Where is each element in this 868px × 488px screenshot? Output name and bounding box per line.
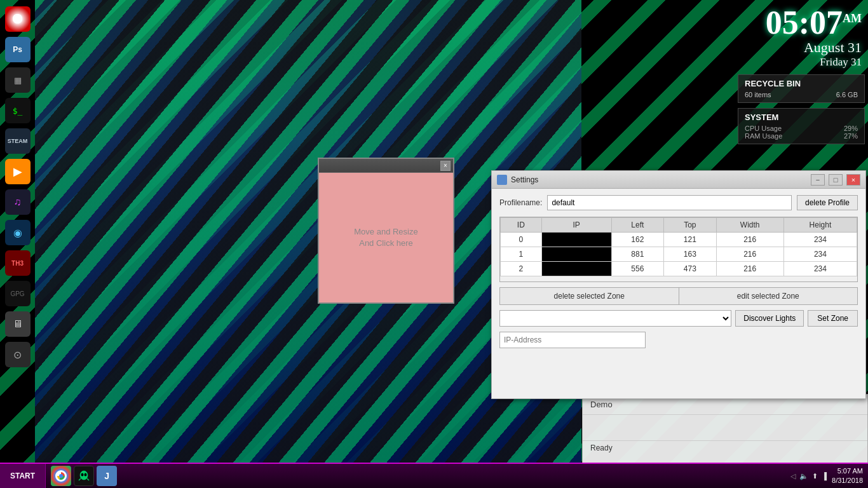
- cpu-label: CPU Usage: [745, 125, 782, 132]
- tray-separator: ◁: [790, 472, 796, 480]
- volume-icon[interactable]: 🔈: [799, 472, 808, 480]
- col-height: Height: [783, 218, 857, 233]
- row-0-top: 121: [664, 233, 717, 247]
- steam-icon[interactable]: STEAM: [5, 128, 31, 154]
- clock-display: 05:07AM August 31 Friday 31: [735, 0, 868, 69]
- status-text: Ready: [583, 440, 867, 455]
- chrome-taskbar-icon[interactable]: [51, 466, 71, 486]
- lights-dropdown[interactable]: [499, 310, 731, 327]
- ram-label: RAM Usage: [745, 132, 782, 140]
- j-taskbar-icon[interactable]: J: [97, 466, 117, 486]
- svg-point-4: [85, 473, 87, 477]
- row-0-height: 234: [783, 233, 857, 247]
- row-2-width: 216: [716, 262, 783, 276]
- delete-profile-button[interactable]: delete Profile: [797, 195, 858, 210]
- taskbar-time: 5:07 AM: [832, 466, 863, 476]
- svg-line-6: [87, 478, 89, 480]
- move-window-titlebar[interactable]: ×: [319, 159, 453, 173]
- row-0-left: 162: [611, 233, 664, 247]
- recycle-bin-items: 60 items: [745, 91, 771, 98]
- zone-table: ID IP Left Top Width Height 0 162 121 2: [500, 217, 857, 276]
- settings-titlebar[interactable]: Settings − □ ×: [492, 171, 865, 189]
- taskbar-clock: 5:07 AM 8/31/2018: [832, 466, 863, 486]
- move-window-text: Move and ResizeAnd Click here: [354, 226, 417, 249]
- system-widget: SYSTEM CPU Usage 29% RAM Usage 27%: [738, 108, 865, 144]
- opera-icon[interactable]: O: [5, 6, 31, 32]
- move-window-close-button[interactable]: ×: [440, 161, 451, 171]
- bottom-panel: Demo Ready: [582, 394, 868, 464]
- settings-close-button[interactable]: ×: [846, 174, 860, 186]
- col-top: Top: [664, 218, 717, 233]
- recycle-bin-widget: RECYCLE BIN 60 items 6.6 GB: [738, 74, 865, 103]
- svg-line-5: [79, 478, 81, 480]
- table-row[interactable]: 0 162 121 216 234: [501, 233, 857, 247]
- th3-icon[interactable]: TH3: [5, 250, 31, 276]
- ram-value: 27%: [844, 132, 858, 140]
- row-0-width: 216: [716, 233, 783, 247]
- ip-row: [499, 332, 858, 348]
- discover-row: Discover Lights Set Zone: [499, 310, 858, 327]
- delete-zone-button[interactable]: delete selected Zone: [499, 287, 679, 305]
- svg-point-3: [81, 473, 84, 477]
- terminal-icon[interactable]: $_: [5, 98, 31, 123]
- table-row[interactable]: 2 556 473 216 234: [501, 262, 857, 276]
- cpu-value: 29%: [844, 125, 858, 132]
- ram-row: RAM Usage 27%: [745, 132, 858, 140]
- zone-table-container: ID IP Left Top Width Height 0 162 121 2: [499, 217, 858, 282]
- settings-restore-button[interactable]: □: [829, 174, 843, 186]
- svg-point-1: [59, 474, 63, 478]
- row-0-ip: [541, 233, 611, 247]
- move-resize-window[interactable]: × Move and ResizeAnd Click here: [318, 158, 454, 304]
- profile-label: Profilename:: [499, 198, 542, 207]
- clock-time-value: 05:07: [766, 4, 843, 41]
- row-2-height: 234: [783, 262, 857, 276]
- row-0-id: 0: [501, 233, 542, 247]
- audio-icon[interactable]: ♫: [5, 189, 31, 215]
- discover-lights-button[interactable]: Discover Lights: [735, 310, 804, 327]
- row-2-top: 473: [664, 262, 717, 276]
- right-panel: 05:07AM August 31 Friday 31 RECYCLE BIN …: [735, 0, 868, 178]
- row-1-id: 1: [501, 247, 542, 262]
- start-button[interactable]: START: [0, 464, 46, 488]
- table-row[interactable]: 1 881 163 216 234: [501, 247, 857, 262]
- globe-icon[interactable]: ◉: [5, 220, 31, 245]
- clock-date-line2: Friday 31: [741, 56, 862, 69]
- photoshop-icon[interactable]: Ps: [5, 37, 31, 62]
- zone-table-body: 0 162 121 216 234 1 881 163 216 234: [501, 233, 857, 276]
- system-title: SYSTEM: [745, 112, 858, 122]
- gpg-icon[interactable]: GPG: [5, 281, 31, 306]
- clock-time: 05:07AM: [741, 6, 862, 39]
- table-header-row: ID IP Left Top Width Height: [501, 218, 857, 233]
- alien-taskbar-icon[interactable]: [74, 466, 94, 486]
- ip-address-input[interactable]: [499, 332, 646, 348]
- sidebar: O Ps ▦ $_ STEAM ▶ ♫ ◉ TH3 GPG 🖥 ⊙: [0, 0, 35, 463]
- zone-actions: delete selected Zone edit selected Zone: [499, 287, 858, 305]
- settings-dialog-icon: [497, 175, 507, 185]
- row-1-width: 216: [716, 247, 783, 262]
- disc-icon[interactable]: ⊙: [5, 342, 31, 367]
- col-left: Left: [611, 218, 664, 233]
- battery-icon[interactable]: ▐: [822, 472, 827, 480]
- row-1-height: 234: [783, 247, 857, 262]
- row-1-top: 163: [664, 247, 717, 262]
- network-icon[interactable]: ⬆: [812, 472, 818, 480]
- recycle-bin-size: 6.6 GB: [836, 91, 858, 98]
- bottom-content-area: [583, 415, 867, 440]
- settings-minimize-button[interactable]: −: [811, 174, 825, 186]
- settings-body: Profilename: delete Profile ID IP Left T…: [492, 189, 865, 358]
- move-window-content[interactable]: Move and ResizeAnd Click here: [319, 173, 453, 302]
- set-zone-button[interactable]: Set Zone: [808, 310, 858, 327]
- row-1-ip: [541, 247, 611, 262]
- edit-zone-button[interactable]: edit selected Zone: [679, 287, 858, 305]
- taskbar-icons: J: [46, 464, 122, 488]
- taskbar-tray: ◁ 🔈 ⬆ ▐: [790, 472, 827, 480]
- folder-icon[interactable]: 🖥: [5, 311, 31, 337]
- clock-date-line1: August 31: [741, 39, 862, 56]
- cpu-row: CPU Usage 29%: [745, 125, 858, 132]
- row-2-id: 2: [501, 262, 542, 276]
- vlc-icon[interactable]: ▶: [5, 159, 31, 184]
- mixer-icon[interactable]: ▦: [5, 67, 31, 93]
- col-width: Width: [716, 218, 783, 233]
- profile-input[interactable]: [547, 195, 792, 210]
- taskbar: START J ◁ 🔈 ⬆ ▐: [0, 463, 868, 488]
